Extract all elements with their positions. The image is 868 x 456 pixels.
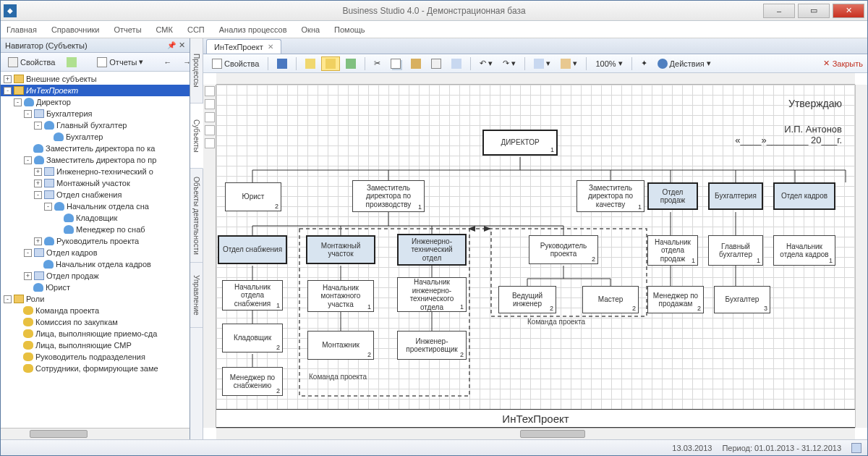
undo-button[interactable]: ↶ ▾	[475, 56, 497, 70]
menu-ssp[interactable]: ССП	[187, 25, 205, 34]
tree-item[interactable]: -Директор	[1, 96, 190, 108]
expand-icon[interactable]: -	[34, 191, 42, 199]
expand-icon[interactable]: +	[24, 272, 32, 280]
back-button[interactable]: ←	[159, 56, 176, 69]
node-ito[interactable]: Инженерно-технический отдел	[397, 234, 467, 266]
tree-item[interactable]: -Главный бухгалтер	[1, 119, 190, 131]
vtab-management[interactable]: Управление	[190, 263, 203, 328]
node-director[interactable]: ДИРЕКТОР1	[482, 130, 558, 156]
tree-item[interactable]: Комиссия по закупкам	[1, 316, 190, 328]
canvas-hscroll[interactable]	[216, 428, 855, 439]
expand-icon[interactable]: -	[4, 87, 12, 95]
tree-item[interactable]: Сотрудники, формирующие заме	[1, 363, 190, 374]
tree-item[interactable]: Кладовщик	[1, 212, 190, 224]
expand-icon[interactable]: +	[4, 75, 12, 83]
refresh-button[interactable]	[341, 56, 360, 71]
expand-icon[interactable]: +	[34, 180, 42, 187]
tree-item[interactable]: -Отдел кадров	[1, 247, 190, 258]
node-gl-buh[interactable]: Главный бухгалтер1	[708, 235, 763, 266]
tree-item[interactable]: Менеджер по снаб	[1, 224, 190, 235]
menu-windows[interactable]: Окна	[302, 25, 320, 34]
tree-item[interactable]: Заместитель директора по ка	[1, 143, 190, 154]
menu-main[interactable]: Главная	[7, 25, 37, 34]
expand-icon[interactable]: -	[44, 203, 52, 211]
tree-item[interactable]: Юрист	[1, 282, 190, 293]
filter-button[interactable]	[62, 55, 81, 69]
tree-item[interactable]: +Руководитель проекта	[1, 235, 190, 247]
node-zam-kach[interactable]: Заместитель директора по качеству1	[576, 180, 644, 212]
ruler-tool-1[interactable]	[205, 86, 215, 96]
ruler-tool-2[interactable]	[205, 99, 215, 109]
node-otdel-snab[interactable]: Отдел снабжения	[218, 235, 287, 264]
node-ing-proekt[interactable]: Инженер-проектировщик2	[397, 331, 467, 360]
node-nach-ito[interactable]: Начальник инженерно-технического отдела1	[397, 277, 467, 312]
paste-button[interactable]	[407, 56, 425, 71]
menu-smk[interactable]: СМК	[156, 25, 173, 34]
expand-icon[interactable]: +	[34, 237, 42, 245]
node-nach-snab[interactable]: Начальник отдела снабжения1	[222, 280, 283, 311]
node-montazh[interactable]: Монтажник2	[307, 331, 374, 360]
tree-item[interactable]: -Отдел снабжения	[1, 189, 190, 200]
tab-close-icon[interactable]: ✕	[268, 43, 273, 51]
node-ved-ing[interactable]: Ведущий инженер2	[498, 286, 556, 313]
expand-icon[interactable]: -	[24, 156, 32, 164]
canvas-vscroll[interactable]	[855, 85, 867, 428]
node-buhgalter[interactable]: Бухгалтер3	[714, 286, 770, 313]
tree-item[interactable]: Лица, выполняющие СМР	[1, 339, 190, 351]
tree-item[interactable]: Бухгалтер	[1, 131, 190, 143]
minimize-button[interactable]: –	[763, 4, 795, 18]
maximize-button[interactable]: ▭	[798, 4, 830, 18]
ruler-tool-3[interactable]	[205, 112, 215, 122]
node-ruk-proekta[interactable]: Руководитель проекта2	[529, 235, 598, 264]
node-nach-kadrov[interactable]: Начальник отдела кадров1	[773, 235, 835, 266]
menu-reports[interactable]: Отчеты	[114, 25, 142, 34]
status-icon[interactable]	[851, 443, 861, 453]
properties-btn[interactable]: Свойства	[208, 56, 263, 71]
node-zam-proizv[interactable]: Заместитель директора по производству1	[352, 180, 425, 212]
ruler-horizontal[interactable]	[216, 73, 855, 85]
expand-icon[interactable]: -	[34, 122, 42, 130]
tree-item[interactable]: Лица, выполняющие приемо-сда	[1, 328, 190, 339]
copy-button[interactable]	[386, 56, 405, 71]
tree-item[interactable]: +Инженерно-технический о	[1, 166, 190, 177]
expand-icon[interactable]: -	[24, 110, 32, 118]
panel-close-icon[interactable]: ✕	[179, 41, 185, 50]
pin-icon[interactable]: 📌	[167, 41, 176, 49]
ruler-tool-4[interactable]	[205, 125, 215, 135]
expand-icon[interactable]: -	[14, 98, 22, 106]
menu-refs[interactable]: Справочники	[51, 25, 100, 34]
node-otdel-kadrov[interactable]: Отдел кадров	[773, 182, 835, 210]
tool-e-button[interactable]: ✦	[637, 56, 652, 70]
tool-b-button[interactable]	[447, 56, 466, 71]
close-diagram-button[interactable]: ✕Закрыть	[823, 59, 863, 68]
node-nach-prodazh[interactable]: Начальник отдела продаж1	[647, 235, 698, 266]
close-window-button[interactable]: ✕	[833, 4, 864, 18]
tool-d-button[interactable]: ▾	[556, 56, 582, 71]
tree-item[interactable]: Руководитель подразделения	[1, 351, 190, 363]
tree-item[interactable]: -Роли	[1, 293, 190, 305]
diagram-canvas[interactable]: Утверждаю И.П. Антонов «____»________ 20…	[216, 85, 855, 428]
tool-a-button[interactable]	[427, 56, 446, 71]
menu-analysis[interactable]: Анализ процессов	[219, 25, 287, 34]
node-buh[interactable]: Бухгалтерия	[708, 182, 763, 210]
node-kladov[interactable]: Кладовщик2	[222, 324, 283, 352]
redo-button[interactable]: ↷ ▾	[498, 56, 520, 70]
node-jurist[interactable]: Юрист2	[225, 182, 281, 211]
tree-item[interactable]: +Внешние субъекты	[1, 73, 190, 85]
ruler-tool-5[interactable]	[205, 138, 215, 148]
expand-icon[interactable]: -	[24, 249, 32, 257]
cut-button[interactable]: ✂	[370, 56, 385, 70]
node-men-snab[interactable]: Менеджер по снабжению2	[222, 367, 283, 396]
actions-button[interactable]: Действия ▾	[653, 56, 715, 71]
ruler-vertical[interactable]	[203, 85, 216, 428]
tree-hscroll[interactable]	[1, 428, 190, 439]
node-men-prodazh[interactable]: Менеджер по продажам2	[647, 286, 704, 313]
save-button[interactable]	[273, 56, 292, 71]
highlight-button[interactable]	[321, 56, 340, 71]
node-master[interactable]: Мастер2	[582, 286, 639, 313]
menu-help[interactable]: Помощь	[334, 25, 365, 34]
expand-icon[interactable]: +	[34, 168, 42, 176]
node-otdel-prodazh[interactable]: Отдел продаж	[647, 182, 698, 210]
tree-item[interactable]: Начальник отдела кадров	[1, 258, 190, 270]
navigator-tree[interactable]: +Внешние субъекты-ИнТехПроект-Директор-Б…	[1, 72, 190, 428]
